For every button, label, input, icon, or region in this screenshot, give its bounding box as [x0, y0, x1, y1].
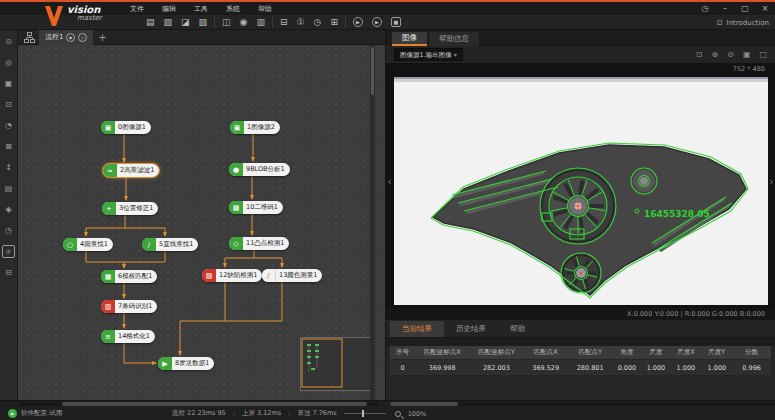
- monitor-icon[interactable]: ⊟: [280, 17, 288, 27]
- flow-node-2[interactable]: ≈2高斯滤波1: [103, 164, 159, 177]
- location-icon[interactable]: ◎: [2, 56, 15, 69]
- minimize-icon[interactable]: –: [719, 4, 731, 13]
- layout-icon[interactable]: ◫: [222, 17, 231, 27]
- color-processing-icon[interactable]: ◈: [2, 203, 15, 216]
- export-image-icon[interactable]: ▨: [199, 17, 208, 27]
- flow-tab-procedure1[interactable]: 流程1 ▶ ▷: [39, 30, 93, 45]
- node-label: 12缺陷检测1: [216, 271, 262, 280]
- history-icon[interactable]: ◷: [314, 17, 322, 27]
- restore-icon[interactable]: ▢: [739, 4, 751, 13]
- logic-tools-icon[interactable]: IF: [2, 245, 15, 258]
- flow-node-7[interactable]: ▥7条码识别1: [101, 300, 157, 313]
- alignment-icon[interactable]: ↕: [2, 161, 15, 174]
- cell: 0.000: [612, 360, 641, 375]
- run-loop-flow-icon[interactable]: ▷: [78, 33, 87, 42]
- title-bar: vision master 文件编辑工具系统帮助 ◷–▢×: [0, 0, 775, 15]
- result-tab-2[interactable]: 帮助: [498, 321, 537, 337]
- flow-node-4[interactable]: ○4圆查找1: [63, 238, 113, 251]
- introduction-button[interactable]: ⊡ Introduction: [717, 15, 769, 30]
- node-label: 6模板匹配1: [115, 272, 157, 281]
- cell: 369.529: [523, 360, 567, 375]
- col-header-6: 尺度: [641, 346, 670, 359]
- logo-v-icon: [44, 5, 64, 27]
- result-tab-1[interactable]: 历史结果: [444, 321, 498, 337]
- cell: 280.801: [568, 360, 612, 375]
- zoom-slider[interactable]: [344, 413, 386, 414]
- flow-node-9[interactable]: ●9BLOB分析1: [229, 163, 290, 176]
- image-icon: ▣: [101, 121, 115, 134]
- flow-node-8[interactable]: ▶8发送数据1: [158, 357, 214, 370]
- barcode-icon: ▥: [101, 300, 115, 313]
- run-once-icon[interactable]: ▶: [353, 17, 363, 27]
- menu-item-2[interactable]: 工具: [192, 3, 210, 15]
- flow-horizontal-scrollbar[interactable]: [18, 402, 378, 406]
- minimap[interactable]: [300, 337, 372, 391]
- image-processing-icon[interactable]: ▣: [2, 77, 15, 90]
- cell: 0: [390, 360, 415, 375]
- tool-category-rail: ⊙◎▣⊡◔⊠↕▤◈◷IF⊟: [0, 30, 18, 400]
- menu-item-3[interactable]: 系统: [224, 3, 242, 15]
- flow-node-11[interactable]: ◇11凸点检测1: [229, 237, 289, 250]
- add-flow-button[interactable]: +: [93, 32, 111, 43]
- cell: 282.003: [469, 360, 523, 375]
- next-image-arrow[interactable]: ›: [768, 175, 775, 188]
- fullscreen-icon[interactable]: ▢: [759, 50, 767, 60]
- flow-node-1[interactable]: ▣1图像源2: [230, 121, 280, 134]
- image-source-dropdown[interactable]: 图像源1.输出图像 ▾: [394, 48, 463, 61]
- table-row[interactable]: 0369.998282.003369.529280.8010.0001.0001…: [390, 359, 771, 375]
- flow-node-13[interactable]: /13颜色测量1: [262, 269, 322, 282]
- global-variable-icon[interactable]: ①: [297, 17, 305, 27]
- flow-node-10[interactable]: ▩10二维码1: [229, 201, 283, 214]
- deep-learning-icon[interactable]: ◔: [2, 119, 15, 132]
- result-tab-0[interactable]: 当前结果: [390, 321, 444, 337]
- node-label: 5直线查找1: [156, 240, 198, 249]
- flow-tab-bar: 流程1 ▶ ▷ +: [18, 30, 385, 45]
- node-label: 7条码识别1: [115, 302, 157, 311]
- calibration-icon[interactable]: ⊠: [2, 140, 15, 153]
- barcode-icon[interactable]: ▥: [256, 17, 265, 27]
- flow-node-3[interactable]: +3位置修正1: [102, 202, 158, 215]
- table-horizontal-scrollbar[interactable]: [390, 402, 775, 406]
- actual-size-icon[interactable]: ▣: [743, 50, 751, 60]
- measurement-icon[interactable]: ⊡: [2, 98, 15, 111]
- fit-window-icon[interactable]: ⊡: [696, 50, 703, 60]
- node-label: 14格式化1: [115, 332, 155, 341]
- zoom-out-icon[interactable]: ⊖: [727, 50, 734, 60]
- camera-icon[interactable]: ◉: [240, 17, 248, 27]
- image-viewport[interactable]: 752 * 480: [386, 63, 775, 308]
- save-image-icon[interactable]: ◪: [181, 17, 190, 27]
- menu-item-1[interactable]: 编辑: [160, 3, 178, 15]
- flow-node-14[interactable]: ≡14格式化1: [101, 330, 155, 343]
- flow-node-5[interactable]: /5直线查找1: [142, 238, 198, 251]
- open-icon[interactable]: ▧: [164, 17, 173, 27]
- image-tools-icon[interactable]: ▤: [2, 182, 15, 195]
- flow-vertical-scrollbar[interactable]: [370, 45, 375, 400]
- flow-node-12[interactable]: ▨12缺陷检测1: [202, 269, 262, 282]
- result-table: 序号匹配坐标点X匹配坐标点Y匹配点X匹配点Y角度尺度尺度X尺度Y分数 0369.…: [386, 346, 775, 400]
- stop-icon[interactable]: ■: [391, 17, 401, 27]
- flow-node-0[interactable]: ▣0图像源1: [101, 121, 151, 134]
- acquisition-icon[interactable]: ⊙: [2, 35, 15, 48]
- prev-image-arrow[interactable]: ‹: [386, 175, 393, 188]
- separator: |: [288, 410, 290, 418]
- node-label: 10二维码1: [243, 203, 283, 212]
- run-once-flow-icon[interactable]: ▶: [66, 33, 75, 42]
- run-continuous-icon[interactable]: ▶: [372, 17, 382, 27]
- node-label: 9BLOB分析1: [243, 165, 290, 174]
- tab-0[interactable]: 图像: [392, 32, 427, 46]
- flow-node-6[interactable]: ▦6模板匹配1: [101, 270, 157, 283]
- flow-list-icon[interactable]: [24, 32, 35, 43]
- zoom-in-icon[interactable]: ⊕: [711, 50, 718, 60]
- convex-icon: ◇: [229, 237, 243, 250]
- defect-detection-icon[interactable]: ◷: [2, 224, 15, 237]
- menu-item-4[interactable]: 帮助: [256, 3, 274, 15]
- about-icon[interactable]: ◷: [699, 4, 711, 13]
- tab-1[interactable]: 帮助信息: [429, 32, 479, 46]
- timing-metrics: 流程 22.23ms 95|上屏 3.12ms|算法 7.76ms100%: [172, 409, 426, 418]
- close-icon[interactable]: ×: [759, 4, 771, 13]
- save-icon[interactable]: ▤: [146, 17, 155, 27]
- io-config-icon[interactable]: ⊞: [330, 17, 338, 27]
- result-table-header: 序号匹配坐标点X匹配坐标点Y匹配点X匹配点Y角度尺度尺度X尺度Y分数: [390, 346, 771, 359]
- communication-icon[interactable]: ⊟: [2, 266, 15, 279]
- flow-canvas[interactable]: ▣0图像源1▣1图像源2≈2高斯滤波1+3位置修正1○4圆查找1/5直线查找1▦…: [18, 45, 385, 400]
